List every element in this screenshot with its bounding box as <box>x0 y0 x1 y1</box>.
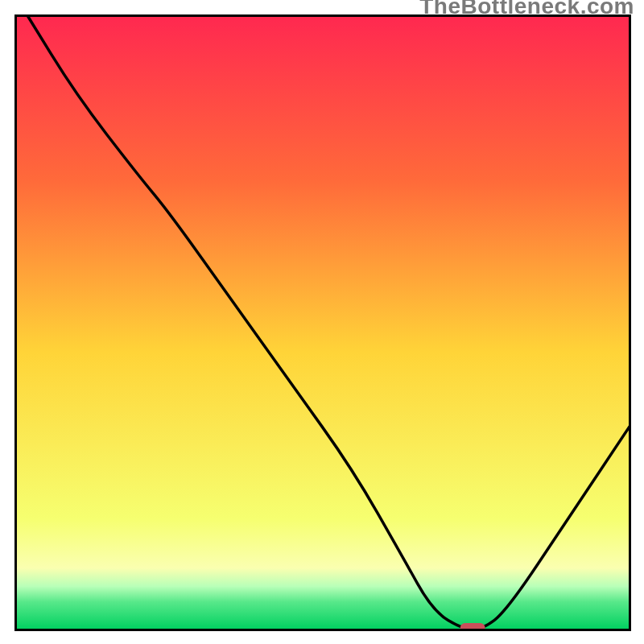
plot-frame <box>14 14 630 630</box>
bottleneck-curve <box>27 14 630 630</box>
watermark-text: TheBottleneck.com <box>419 0 634 19</box>
minimum-marker <box>460 623 485 630</box>
chart-overlay <box>14 14 630 630</box>
